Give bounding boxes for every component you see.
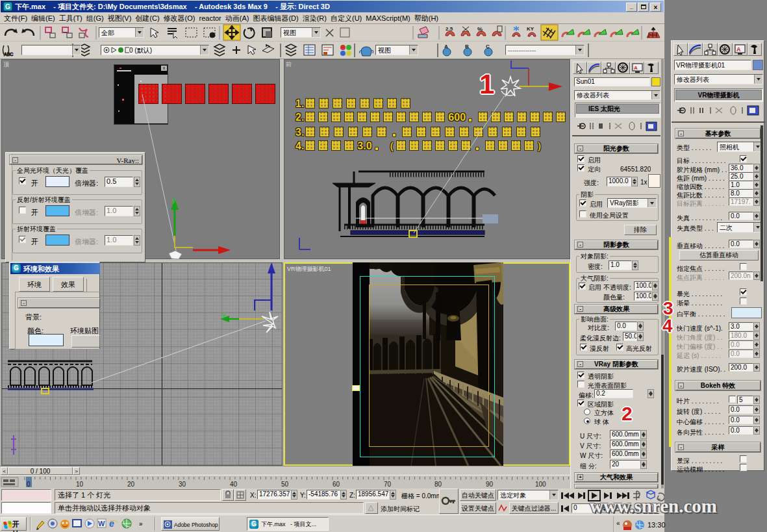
svg-text:A: A — [736, 46, 741, 53]
svg-text:10: 10 — [76, 481, 84, 488]
svg-text:e: e — [109, 518, 114, 529]
svg-text:0: 0 — [27, 481, 31, 488]
svg-text:W: W — [98, 520, 105, 527]
svg-text:40: 40 — [230, 481, 238, 488]
svg-text:100: 100 — [535, 481, 546, 488]
svg-text:70: 70 — [384, 481, 392, 488]
svg-text:30: 30 — [179, 481, 186, 488]
svg-text:60: 60 — [333, 481, 340, 488]
svg-text:A: A — [444, 44, 448, 49]
svg-text:B: B — [465, 44, 469, 49]
svg-text:80: 80 — [434, 481, 442, 488]
svg-text:50: 50 — [281, 481, 289, 488]
svg-text:90: 90 — [486, 481, 494, 488]
svg-text:KY: KY — [527, 26, 534, 32]
svg-text:2.5: 2.5 — [446, 26, 453, 32]
svg-text:»: » — [139, 520, 143, 527]
svg-text:C: C — [486, 44, 490, 49]
svg-text:A: A — [634, 65, 638, 71]
svg-text:ABC: ABC — [4, 52, 13, 57]
svg-text:20: 20 — [127, 481, 135, 488]
svg-text:%: % — [477, 26, 483, 32]
